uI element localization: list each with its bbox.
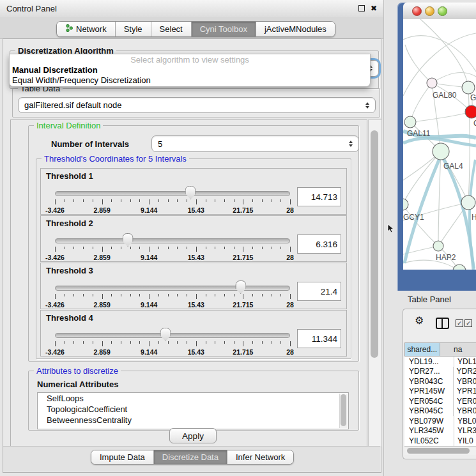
threshold-value-field[interactable]: 14.713 [297,187,341,206]
table-row[interactable]: YBL079WYBL0 [404,416,476,426]
popup-item[interactable]: Manual Discretization [10,65,370,75]
attribute-list-item[interactable]: SelfLoops [38,393,348,404]
scrollbar-thumb[interactable] [341,394,346,426]
node-label: H [472,213,476,222]
zoom-traffic-light-icon[interactable] [438,6,447,16]
table-data-group: Table Data galFiltered.sif default node [12,88,380,118]
scrollbar-thumb[interactable] [407,448,470,454]
tick-mark [252,199,253,202]
table-row[interactable]: YPR145WYPR1 [404,387,476,397]
table-row[interactable]: YBR043CYBR0 [404,376,476,387]
numerical-attributes-list[interactable]: SelfLoopsTopologicalCoefficientBetweenne… [37,392,349,429]
network-icon [65,24,73,35]
cell-shared-name[interactable]: YER054C [404,397,453,406]
table-row[interactable]: YDR27...YDR2 [404,367,476,377]
table-row[interactable]: YLR345WYLR3 [404,426,476,436]
threshold-slider[interactable]: -3.4262.8599.14415.4321.71528 [55,233,290,260]
split-columns-icon[interactable] [436,318,449,329]
tick-mark [168,341,169,344]
tab-discretize-data[interactable]: Discretize Data [154,450,227,464]
network-node[interactable] [462,81,475,94]
threshold-slider[interactable]: -3.4262.8599.14415.4321.71528 [55,186,290,213]
tick-mark [130,199,131,202]
threshold-slider[interactable]: -3.4262.8599.14415.4321.71528 [55,328,290,355]
tab-cyni-toolbox[interactable]: Cyni Toolbox [192,22,256,36]
network-node[interactable] [465,105,476,118]
cell-shared-name[interactable]: YBR045C [404,406,453,415]
cell-name[interactable]: YBL0 [454,416,476,426]
cell-shared-name[interactable]: YPR145W [404,387,453,395]
network-node[interactable] [433,143,449,160]
column-header-shared-name[interactable]: shared... [404,342,440,357]
attribute-list-item[interactable]: TopologicalCoefficient [38,404,348,415]
scrollbar-thumb[interactable] [371,130,378,358]
threshold-value-field[interactable]: 6.316 [297,234,341,254]
tab-impute-data[interactable]: Impute Data [91,450,154,464]
gear-icon[interactable]: ⚙ [415,316,424,326]
network-graph[interactable]: GAL80GACGAL11GAL4GCY1HHAP2 [403,19,476,270]
cell-shared-name[interactable]: YLR345W [404,426,454,435]
list-scrollbar[interactable] [339,394,348,428]
table-row[interactable]: YDL19...YDL1 [404,357,476,367]
network-node[interactable] [461,196,475,210]
cell-name[interactable]: YBR0 [453,376,476,387]
tick-labels: -3.4262.8599.14415.4321.71528 [55,301,290,309]
attribute-list-item[interactable]: BetweennessCentrality [38,415,348,426]
table-data-combobox[interactable]: galFiltered.sif default node [18,97,376,113]
float-window-icon[interactable] [358,5,365,12]
slider-track[interactable] [55,191,290,196]
tab-infer-network[interactable]: Infer Network [227,450,293,464]
cell-shared-name[interactable]: YBL079W [404,417,454,426]
tick-mark [206,199,206,202]
popup-item[interactable]: Equal Width/Frequency Discretization [10,75,370,86]
slider-track[interactable] [55,286,290,291]
network-node[interactable] [403,199,408,210]
table-row[interactable]: YIL052CYIL0 [404,436,476,446]
window-controls: ✖ [358,5,377,12]
tab-select[interactable]: Select [151,22,192,36]
cell-shared-name[interactable]: YDR27... [404,367,453,376]
column-header-name[interactable]: na [440,342,476,357]
tick-mark [252,247,253,249]
vertical-scrollbar[interactable] [368,119,382,447]
tab-style[interactable]: Style [116,22,151,36]
slider-thumb[interactable] [235,280,246,294]
threshold-slider[interactable]: -3.4262.8599.14415.4321.71528 [55,280,290,307]
popup-items: Manual DiscretizationEqual Width/Frequen… [10,65,370,86]
table-row[interactable]: YBR045CYBR0 [404,406,476,417]
slider-thumb[interactable] [160,328,171,341]
close-traffic-light-icon[interactable] [412,6,422,16]
slider-thumb[interactable] [185,186,196,199]
cell-name[interactable]: YDR2 [453,367,476,377]
network-node[interactable] [453,265,466,270]
checkbox-column-icon[interactable]: ✓ [456,319,463,327]
tab-jactivemnodules[interactable]: jActiveMNodules [256,22,335,36]
apply-button[interactable]: Apply [169,428,217,443]
network-node[interactable] [433,241,443,251]
cell-shared-name[interactable]: YBR043C [404,377,453,386]
number-of-intervals-combobox[interactable]: 5 [151,135,359,152]
network-window-titlebar[interactable] [403,3,476,20]
cell-name[interactable]: YDL1 [454,357,476,367]
threshold-value-field[interactable]: 21.4 [297,282,341,301]
checkbox-column-icon[interactable]: ✓ [464,319,472,327]
cell-name[interactable]: YPR1 [453,387,476,397]
cell-shared-name[interactable]: YDL19... [404,357,454,366]
tab-network[interactable]: Network [57,22,116,36]
tick-mark [102,294,103,299]
table-row[interactable]: YER054CYER0 [404,396,476,406]
minimize-traffic-light-icon[interactable] [425,6,434,16]
cell-name[interactable]: YER0 [453,396,476,406]
slider-track[interactable] [55,238,290,243]
threshold-value-field[interactable]: 11.344 [297,329,341,348]
cell-name[interactable]: YLR3 [454,426,476,436]
close-icon[interactable]: ✖ [371,5,377,12]
cell-name[interactable]: YBR0 [453,406,476,417]
network-node[interactable] [427,78,437,88]
cell-shared-name[interactable]: YIL052C [404,436,454,445]
horizontal-scrollbar[interactable] [404,446,476,455]
slider-track[interactable] [55,333,290,338]
slider-thumb[interactable] [123,233,134,247]
network-node[interactable] [404,116,416,128]
cell-name[interactable]: YIL0 [454,436,473,446]
